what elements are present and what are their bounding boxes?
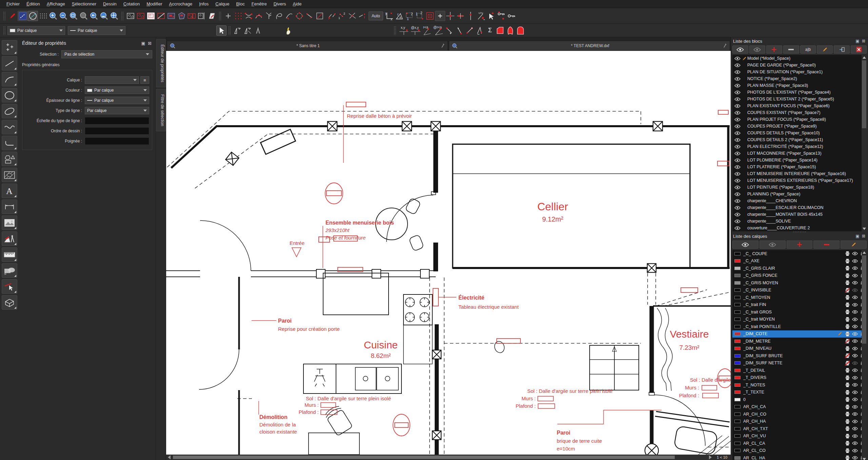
- remove-layer-button[interactable]: [813, 241, 840, 249]
- key-points-icon[interactable]: [496, 11, 506, 21]
- menu-item-infos[interactable]: Infos: [196, 1, 212, 7]
- block-list-item[interactable]: LOT MENUISERIES EXTERIEURES (*Paper_Spac…: [732, 177, 867, 184]
- viewport-paper-icon[interactable]: [146, 11, 156, 21]
- eye-icon[interactable]: [734, 199, 741, 203]
- layer-color-swatch[interactable]: [734, 442, 741, 445]
- eye-icon[interactable]: [851, 405, 859, 409]
- menu-item-calque[interactable]: Calque: [212, 1, 232, 7]
- layers-scrollbar[interactable]: [862, 250, 867, 460]
- layer-list-item[interactable]: _C_GRIS CLAIR: [732, 265, 867, 272]
- eye-icon[interactable]: [851, 274, 859, 277]
- block-list-item[interactable]: COUPES PROJET (*Paper_Space9): [732, 123, 867, 130]
- spline-tool[interactable]: [2, 120, 17, 134]
- layer-list-item[interactable]: _C_AXE: [732, 257, 867, 265]
- layer-list-item[interactable]: AR_CH_VU: [732, 433, 867, 440]
- add-block-button[interactable]: [766, 45, 782, 54]
- printer-icon[interactable]: [844, 331, 851, 337]
- arc-tool[interactable]: [2, 72, 17, 87]
- protractor-icon[interactable]: [476, 11, 486, 21]
- mirror-right-icon[interactable]: [243, 25, 253, 36]
- blocks-scrollbar[interactable]: [862, 55, 867, 231]
- intersection-icon[interactable]: [347, 11, 357, 21]
- snap-endpoint-icon[interactable]: [243, 11, 254, 21]
- eye-icon[interactable]: [851, 266, 859, 270]
- linetype-dropdown[interactable]: Par calque: [85, 107, 149, 114]
- region-arch-icon[interactable]: [515, 25, 526, 36]
- coord-xy-icon[interactable]: x,y: [398, 25, 410, 36]
- layer-color-swatch[interactable]: [734, 303, 741, 306]
- draw-order-field[interactable]: [85, 127, 149, 135]
- eye-icon[interactable]: [851, 449, 859, 453]
- eye-icon[interactable]: [734, 70, 741, 74]
- scrollbar-thumb[interactable]: [173, 456, 675, 459]
- eye-icon[interactable]: [734, 57, 741, 60]
- eye-icon[interactable]: [851, 354, 859, 358]
- eye-icon[interactable]: [851, 259, 859, 263]
- rename-block-button[interactable]: a|b: [800, 45, 816, 54]
- layer-list-item[interactable]: _T_TEXTE: [732, 389, 867, 396]
- layer-color-swatch[interactable]: [734, 413, 741, 416]
- viewport-split-icon[interactable]: [197, 11, 207, 21]
- layer-color-swatch[interactable]: [734, 318, 741, 321]
- eye-icon[interactable]: [734, 111, 741, 115]
- layer-list-item[interactable]: _C_INVISIBLE: [732, 287, 867, 294]
- eye-icon[interactable]: [851, 325, 859, 328]
- snap-center-icon[interactable]: [294, 11, 304, 21]
- toolbar-drag-handle[interactable]: [3, 26, 6, 35]
- vector-both-icon[interactable]: [465, 25, 475, 36]
- eye-icon[interactable]: [734, 186, 741, 189]
- match-brush-icon[interactable]: [283, 25, 294, 36]
- box-3d-tool[interactable]: [2, 295, 17, 310]
- trim-tool[interactable]: [2, 279, 17, 294]
- layer-list-item[interactable]: AR_CH_CO: [732, 410, 867, 418]
- layer-list-item[interactable]: AR_CH_HA: [732, 418, 867, 425]
- tracking-offset-icon[interactable]: [455, 11, 466, 21]
- eye-icon[interactable]: [734, 97, 741, 101]
- toolbar-drag-handle[interactable]: [219, 12, 221, 20]
- viewport-icon[interactable]: [125, 11, 136, 21]
- menu-item-edition[interactable]: Édition: [23, 1, 43, 7]
- circle-tool[interactable]: [2, 88, 17, 102]
- block-list-item[interactable]: couverture____COUVERTURE 2: [732, 225, 867, 231]
- snap-loop-icon[interactable]: [274, 11, 284, 21]
- linetype-scale-field[interactable]: [85, 117, 149, 124]
- text-tool[interactable]: A: [2, 184, 17, 198]
- printer-icon[interactable]: [844, 448, 851, 453]
- show-layer-button[interactable]: [732, 241, 758, 249]
- printer-icon[interactable]: [844, 375, 851, 380]
- layer-color-swatch[interactable]: [734, 361, 741, 365]
- viewport-red-icon[interactable]: [136, 11, 146, 21]
- coord-rel-xy-icon[interactable]: @x,y: [410, 25, 421, 36]
- zoom-dynamic-icon[interactable]: [79, 11, 89, 21]
- eye-icon[interactable]: [734, 206, 741, 210]
- circle-tool-icon[interactable]: [28, 11, 38, 21]
- vector-end-icon[interactable]: [454, 25, 465, 36]
- layer-list-item[interactable]: _C_trait GROS: [732, 308, 867, 316]
- line-tool[interactable]: [2, 56, 17, 71]
- select-cursor-icon[interactable]: [486, 11, 496, 21]
- eye-icon[interactable]: [851, 332, 859, 336]
- layer-list-item[interactable]: AR_CH_TXT: [732, 425, 867, 433]
- horizontal-scrollbar[interactable]: 1 < 10: [166, 455, 731, 460]
- polyline-tool[interactable]: [2, 136, 17, 150]
- zoom-in-icon[interactable]: [48, 11, 58, 21]
- hide-layer-button[interactable]: [760, 241, 786, 249]
- delete-block-button[interactable]: [851, 45, 867, 54]
- eye-icon[interactable]: [851, 295, 859, 299]
- eye-icon[interactable]: [851, 347, 859, 350]
- printer-icon[interactable]: [844, 317, 851, 322]
- sheet-edit-icon[interactable]: [207, 11, 217, 21]
- printer-icon[interactable]: [844, 251, 851, 256]
- dimension-tool[interactable]: [2, 199, 17, 214]
- block-list-item[interactable]: PLAN EXISTANT FOCUS (*Paper_Space6): [732, 102, 867, 109]
- eye-icon[interactable]: [851, 420, 859, 423]
- block-list-item[interactable]: PLAN MASSE (*Paper_Space3): [732, 82, 867, 89]
- eye-icon[interactable]: [851, 412, 859, 416]
- float-panel-icon[interactable]: ▣: [855, 39, 860, 43]
- eye-icon[interactable]: [734, 226, 741, 230]
- menu-item-accrochage[interactable]: Accrochage: [166, 1, 195, 7]
- layer-list-item[interactable]: _DIM_SURF NETTE: [732, 360, 867, 367]
- pin-icon[interactable]: [723, 43, 727, 48]
- coordinate-axes-icon[interactable]: yx: [384, 11, 394, 21]
- coord-rel-polar-icon[interactable]: @r<a: [433, 25, 444, 36]
